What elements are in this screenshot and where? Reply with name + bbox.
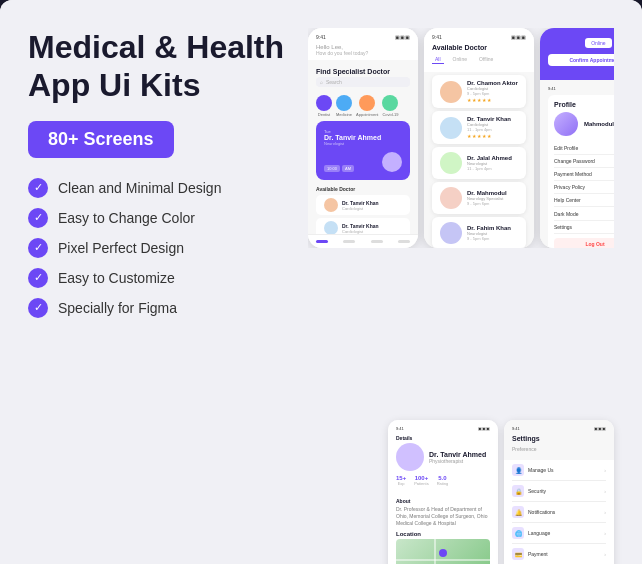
profile-name: Mahmodul Hasan — [584, 121, 614, 127]
detail-location: Location — [396, 531, 490, 564]
settings-item-3[interactable]: 🔔 Notifications › — [512, 502, 606, 523]
phone1-search[interactable]: ⌕ Search — [316, 77, 410, 87]
feature-label: Specially for Figma — [58, 300, 177, 316]
menu-payment-label: Payment Method — [554, 171, 592, 177]
settings-label-5: Payment — [528, 551, 600, 557]
detail-stats: 15+ Exp 100+ Patients 5.0 Rating — [396, 475, 490, 486]
menu-settings[interactable]: Settings › — [554, 221, 614, 234]
detail-about-title: About — [396, 498, 490, 504]
menu-darkmode[interactable]: Dark Mode — [554, 207, 614, 221]
confirm-appointment-btn[interactable]: Confirm Appointment — [548, 54, 614, 66]
settings-arrow-5: › — [604, 551, 606, 557]
detail-signal: ▣▣▣ — [478, 426, 490, 431]
location-title: Location — [396, 531, 490, 537]
menu-edit-profile[interactable]: Edit Profile › — [554, 142, 614, 155]
menu-change-password[interactable]: Change Password › — [554, 155, 614, 168]
phone-mockup-3: Online Offline Confirm Appointment 9:41 … — [540, 28, 614, 248]
doc-info-5: Dr. Fahim Khan Neurologist 9 - 5pm 6pm — [467, 225, 518, 241]
menu-payment[interactable]: Payment Method › — [554, 168, 614, 181]
stat-1: 15+ Exp — [396, 475, 406, 486]
menu-help[interactable]: Help Center › — [554, 194, 614, 207]
cat-dentist: Dentist — [316, 95, 332, 117]
menu-darkmode-label: Dark Mode — [554, 211, 578, 217]
nav-profile[interactable] — [398, 240, 410, 243]
menu-settings-label: Settings — [554, 224, 572, 230]
settings-item-5[interactable]: 💳 Payment › — [512, 544, 606, 564]
check-icon: ✓ — [28, 238, 48, 258]
stat-2: 100+ Patients — [414, 475, 428, 486]
phone1-categories: Dentist Medicine Appointment Covid- — [308, 95, 418, 117]
map-road-h — [396, 559, 490, 561]
tab-online[interactable]: Online — [450, 55, 470, 64]
phone-screen-1: 9:41 ▣▣▣ Hello Lee, How do you feel toda… — [308, 28, 418, 248]
phone2-title: Available Doctor — [432, 44, 526, 51]
doc-info-4: Dr. Mahmodul Neurology Specialist 9 - 5p… — [467, 190, 518, 206]
settings-label-4: Language — [528, 530, 600, 536]
settings-time: 9:41 — [512, 426, 520, 431]
stat-label-1: Exp — [396, 481, 406, 486]
phone1-card-row: 10:00 AM — [324, 152, 402, 172]
phone3-status-bar: 9:41 ▣▣▣ — [548, 86, 614, 91]
check-icon: ✓ — [28, 208, 48, 228]
detail-header: 9:41 ▣▣▣ Details Dr. Tanvir Ahmed Physio… — [388, 420, 498, 494]
doctor-card-3: Dr. Jalal Ahmed Neurologist 11 - 1pm 4pm — [432, 147, 526, 179]
settings-title: Settings — [512, 435, 606, 442]
card-top: Medical & Health App Ui Kits 80+ Screens… — [0, 0, 642, 420]
phone-screen-3: Online Offline Confirm Appointment 9:41 … — [540, 28, 614, 248]
doc-time-2: 11 - 1pm 4pm — [467, 127, 518, 132]
cat-circle-dentist — [316, 95, 332, 111]
settings-arrow-1: › — [604, 467, 606, 473]
feature-item: ✓ Pixel Perfect Design — [28, 238, 288, 258]
profile-avatar-row: Mahmodul Hasan — [554, 112, 614, 136]
menu-help-label: Help Center — [554, 197, 581, 203]
cat-label-covid: Covid-19 — [382, 112, 398, 117]
doctor-avatar-2 — [324, 221, 338, 235]
nav-calendar[interactable] — [371, 240, 383, 243]
profile-avatar — [554, 112, 578, 136]
phone2-time: 9:41 — [432, 34, 442, 40]
check-icon: ✓ — [28, 268, 48, 288]
nav-home[interactable] — [316, 240, 328, 243]
menu-password-label: Change Password — [554, 158, 595, 164]
settings-arrow-3: › — [604, 509, 606, 515]
phone2-signal: ▣▣▣ — [511, 34, 526, 40]
phone-settings: 9:41 ▣▣▣ Settings Preference 👤 Manage Us… — [504, 420, 614, 564]
settings-icon-2: 🔒 — [512, 485, 524, 497]
settings-status: 9:41 ▣▣▣ — [512, 426, 606, 431]
detail-status: 9:41 ▣▣▣ — [396, 426, 490, 431]
doc-time-3: 11 - 1pm 4pm — [467, 166, 518, 171]
doc-info-1: Dr. Chamon Aktor Cardiologist 9 - 5pm 6p… — [467, 80, 518, 103]
doc-info-2: Dr. Tanvir Khan Cardiologist 11 - 1pm 4p… — [467, 116, 518, 139]
settings-item-2[interactable]: 🔒 Security › — [512, 481, 606, 502]
features-list: ✓ Clean and Minimal Design ✓ Easy to Cha… — [28, 178, 288, 318]
phone-mockup-2: 9:41 ▣▣▣ Available Doctor All Online Off… — [424, 28, 534, 248]
preference-label: Preference — [512, 446, 606, 452]
logout-btn[interactable]: Log Out — [554, 238, 614, 248]
phone1-card-role: Neurologist — [324, 141, 402, 146]
screens-badge[interactable]: 80+ Screens — [28, 121, 174, 158]
cat-circle-covid — [382, 95, 398, 111]
search-placeholder: Search — [326, 79, 342, 85]
doc-time-5: 9 - 5pm 6pm — [467, 236, 518, 241]
phone1-header: 9:41 ▣▣▣ Hello Lee, How do you feel toda… — [308, 28, 418, 60]
phones-row2: 9:41 ▣▣▣ Details Dr. Tanvir Ahmed Physio… — [0, 420, 642, 564]
map-pin — [439, 549, 447, 557]
check-icon: ✓ — [28, 298, 48, 318]
detail-doc-text: Dr. Tanvir Ahmed Physiotherapist — [429, 451, 486, 464]
cat-covid: Covid-19 — [382, 95, 398, 117]
cat-appointment: Appointment — [356, 95, 378, 117]
search-icon: ⌕ — [320, 79, 323, 85]
settings-item-1[interactable]: 👤 Manage Us › — [512, 460, 606, 481]
settings-item-4[interactable]: 🌐 Language › — [512, 523, 606, 544]
phone1-find-section: Find Specialist Doctor ⌕ Search — [308, 60, 418, 89]
menu-privacy-label: Privacy Policy — [554, 184, 585, 190]
nav-search[interactable] — [343, 240, 355, 243]
cat-circle-medicine — [336, 95, 352, 111]
type-online-btn[interactable]: Online — [585, 38, 611, 48]
stat-3: 5.0 Rating — [437, 475, 449, 486]
phone-mockups-container: 9:41 ▣▣▣ Hello Lee, How do you feel toda… — [308, 28, 614, 248]
tab-offline[interactable]: Offline — [476, 55, 496, 64]
menu-privacy[interactable]: Privacy Policy › — [554, 181, 614, 194]
settings-body: 👤 Manage Us › 🔒 Security › 🔔 Notificatio… — [504, 460, 614, 564]
tab-all[interactable]: All — [432, 55, 444, 64]
